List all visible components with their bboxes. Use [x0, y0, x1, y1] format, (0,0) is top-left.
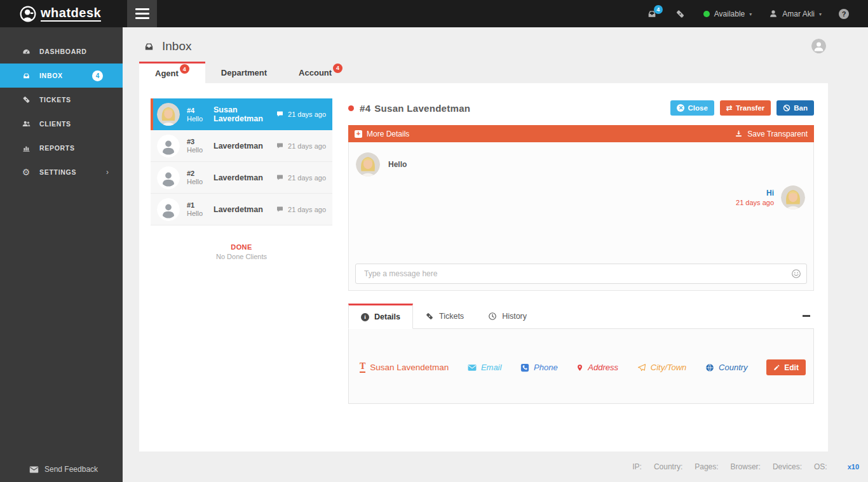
close-label: Close — [688, 104, 707, 112]
chat-list-item[interactable]: #2 Hello Laverdetman 21 days ago — [151, 162, 332, 194]
sidebar-item-label: SETTINGS — [39, 168, 76, 176]
client-avatar — [157, 103, 180, 126]
chat-time: 21 days ago — [276, 110, 326, 118]
more-details-button[interactable]: More Details — [367, 130, 409, 138]
conversation-title: #4Susan Lavendetman — [360, 103, 470, 114]
message-text: Hi — [736, 189, 774, 197]
clients-icon — [21, 119, 31, 129]
topbar-tickets-button[interactable] — [675, 9, 686, 19]
topbar: whatdesk 4 Available ▾ — [0, 0, 868, 27]
contact-name: T Susan Lavendetman — [360, 362, 449, 373]
map-marker-icon — [576, 363, 583, 372]
tab-label: Tickets — [439, 312, 464, 321]
sidebar-item-tickets[interactable]: TICKETS — [0, 88, 123, 112]
contact-phone-field[interactable]: Phone — [520, 363, 558, 372]
sidebar-item-reports[interactable]: REPORTS — [0, 136, 123, 160]
transfer-button[interactable]: ⇄ Transfer — [720, 100, 771, 116]
multiplier-badge[interactable]: x10 — [848, 463, 859, 471]
dashboard-icon — [21, 47, 31, 57]
contact-email-field[interactable]: Email — [468, 363, 502, 372]
message-row: Hi 21 days ago — [349, 185, 813, 210]
send-feedback-label: Send Feedback — [44, 465, 98, 474]
tab-agent[interactable]: Agent 4 — [139, 62, 205, 83]
email-icon — [468, 363, 477, 372]
chat-client-name: Laverdetman — [214, 205, 276, 214]
chevron-down-icon: ▾ — [749, 11, 752, 17]
message-input-row — [355, 264, 807, 284]
status-dropdown[interactable]: Available ▾ — [703, 10, 752, 18]
chat-meta: #3 Hello — [187, 138, 214, 154]
info-icon: i — [361, 313, 369, 321]
details-tabs: i Details Tickets Histo — [348, 304, 814, 329]
message-row: Hello — [349, 142, 813, 177]
pencil-icon — [773, 364, 780, 371]
ticket-icon — [21, 95, 31, 105]
chat-time: 21 days ago — [276, 206, 326, 213]
gear-icon: ⚙ — [21, 168, 31, 177]
tab-account[interactable]: Account 4 — [283, 62, 358, 83]
chat-meta: #2 Hello — [187, 170, 214, 185]
chat-list: #4 Hello Susan Laverdetman 21 days ago — [151, 98, 332, 225]
chat-preview: Hello — [187, 146, 214, 154]
edit-button[interactable]: Edit — [766, 359, 806, 375]
contact-city-field[interactable]: City/Town — [637, 363, 687, 372]
tab-history[interactable]: History — [476, 304, 539, 328]
sidebar-item-clients[interactable]: CLIENTS — [0, 112, 123, 136]
contact-country-field[interactable]: Country — [705, 363, 748, 372]
chat-list-item[interactable]: #1 Hello Laverdetman 21 days ago — [151, 194, 332, 225]
user-icon — [769, 9, 778, 19]
ban-button[interactable]: Ban — [776, 100, 814, 116]
chat-list-item[interactable]: #4 Hello Susan Laverdetman 21 days ago — [151, 98, 332, 130]
tab-tickets[interactable]: Tickets — [413, 304, 476, 328]
page-title: Inbox — [162, 39, 191, 53]
inbox-icon — [143, 41, 155, 52]
tab-details[interactable]: i Details — [348, 304, 413, 329]
speech-bubble-icon — [276, 142, 284, 150]
envelope-icon — [29, 466, 39, 473]
collapse-minus-icon[interactable] — [803, 315, 810, 317]
tab-department[interactable]: Department — [205, 62, 283, 83]
contact-row: T Susan Lavendetman Email — [360, 359, 806, 375]
sidebar-item-inbox[interactable]: INBOX 4 — [0, 64, 123, 88]
tab-label: Department — [221, 68, 267, 77]
chat-client-name: Laverdetman — [214, 173, 276, 182]
footer-label-pages: Pages: — [695, 462, 718, 471]
chat-number: #4 — [187, 107, 214, 114]
client-avatar — [781, 185, 805, 210]
topbar-inbox-button[interactable]: 4 — [646, 9, 658, 19]
online-status-dot — [703, 11, 710, 17]
client-details-section: i Details Tickets Histo — [348, 304, 814, 404]
message-input[interactable] — [355, 264, 807, 284]
download-icon — [735, 130, 743, 138]
field-label: City/Town — [651, 363, 687, 372]
chat-time-label: 21 days ago — [288, 174, 326, 182]
send-feedback-button[interactable]: Send Feedback — [29, 465, 98, 474]
contact-address-field[interactable]: Address — [576, 363, 618, 372]
inbox-panel: #4 Hello Susan Laverdetman 21 days ago — [139, 83, 828, 452]
emoji-icon[interactable] — [791, 269, 801, 279]
hamburger-menu-icon[interactable] — [127, 0, 157, 27]
avatar[interactable] — [811, 39, 826, 53]
chat-meta: #1 Hello — [187, 201, 214, 217]
done-label: DONE — [151, 243, 332, 251]
help-button[interactable]: ? — [839, 9, 849, 19]
save-transparent-button[interactable]: Save Transparent — [735, 130, 808, 138]
close-icon: ✕ — [677, 104, 684, 112]
user-name: Amar Akli — [782, 10, 815, 18]
transfer-label: Transfer — [736, 104, 764, 112]
close-button[interactable]: ✕ Close — [670, 100, 714, 116]
conversation-panel: #4Susan Lavendetman ✕ Close ⇄ Transfer — [348, 100, 814, 404]
field-label: Country — [719, 363, 748, 372]
logo[interactable]: whatdesk — [0, 0, 123, 27]
chat-time-label: 21 days ago — [288, 142, 326, 150]
user-menu[interactable]: Amar Akli ▾ — [769, 9, 822, 19]
chat-time-label: 21 days ago — [288, 110, 326, 118]
chat-time-label: 21 days ago — [288, 206, 326, 213]
done-empty-text: No Done Clients — [151, 253, 332, 260]
chat-list-item[interactable]: #3 Hello Laverdetman 21 days ago — [151, 130, 332, 162]
sidebar-item-settings[interactable]: ⚙ SETTINGS › — [0, 160, 123, 184]
client-avatar-placeholder — [157, 166, 180, 189]
client-info-footer: IP: Country: Pages: Browser: Devices: OS… — [123, 452, 868, 482]
chat-preview: Hello — [187, 115, 214, 123]
sidebar-item-dashboard[interactable]: DASHBOARD — [0, 39, 123, 64]
